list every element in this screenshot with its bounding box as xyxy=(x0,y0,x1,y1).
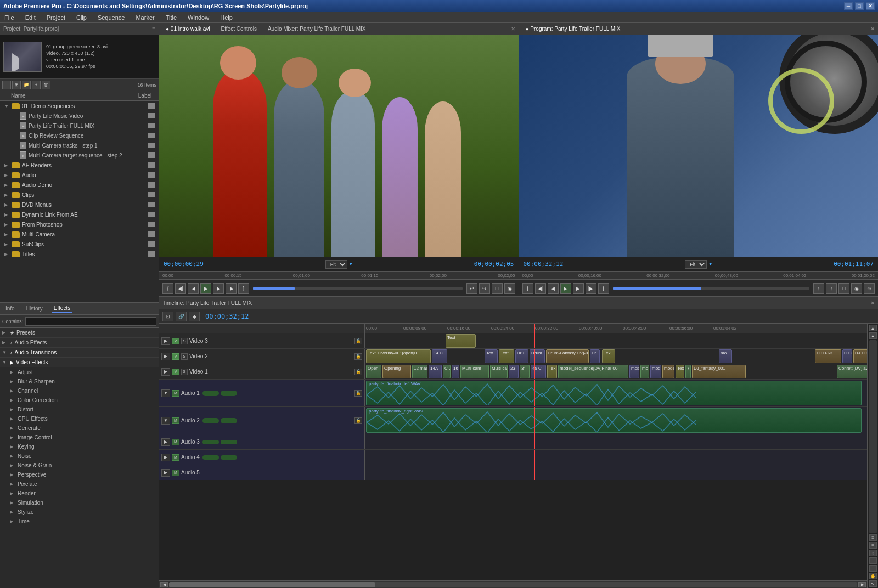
project-list-view-button[interactable]: ☰ xyxy=(2,81,11,89)
effect-perspective[interactable]: ▶ Perspective xyxy=(0,470,159,479)
effects-group-video-effects[interactable]: ▼ ▶ Video Effects xyxy=(0,358,159,368)
zoom-out-button[interactable]: - xyxy=(869,565,877,572)
effect-adjust[interactable]: ▶ Adjust xyxy=(0,368,159,377)
clip-16-v1[interactable]: 16 xyxy=(452,365,459,378)
clip-dr-v2[interactable]: Dr xyxy=(590,349,600,363)
expand-track-button[interactable]: ≡ xyxy=(869,534,877,541)
effects-group-audio-effects[interactable]: ▶ ♪ Audio Effects xyxy=(0,338,159,348)
audio2-pan-slider[interactable] xyxy=(221,418,237,423)
clip-mo2-v1[interactable]: mo xyxy=(640,365,649,378)
clip-text-v3[interactable]: Text xyxy=(446,334,476,347)
panel-menu-icon[interactable]: ≡ xyxy=(152,26,155,32)
video1-lock-button[interactable]: 🔒 xyxy=(354,369,362,375)
project-icon-view-button[interactable]: ⊞ xyxy=(12,81,21,89)
clip-multicam1-v1[interactable]: Multi-cam xyxy=(460,365,489,378)
program-scrubber[interactable] xyxy=(613,287,810,290)
program-tab[interactable]: ● Program: Party Life Trailer FULL MIX xyxy=(522,25,624,33)
clip-dj-dj2-v2[interactable]: DJ DJ xyxy=(853,349,867,363)
program-lift-button[interactable]: ↑ xyxy=(813,283,824,294)
audio1-mute-button[interactable]: M xyxy=(172,390,179,397)
zoom-in-button[interactable]: + xyxy=(869,557,877,564)
item-multi-camera-step2[interactable]: ▶ Multi-Camera target sequence - step 2 xyxy=(0,150,159,160)
source-step-fwd-button[interactable]: ▶ xyxy=(213,283,224,294)
folder-dvd-menus[interactable]: ▶ DVD Menus xyxy=(0,200,159,210)
clip-tex-v2[interactable]: Tex xyxy=(485,349,498,363)
program-fit-select[interactable]: Fit xyxy=(685,260,707,269)
clip-23-v1[interactable]: 23 xyxy=(509,365,519,378)
audio5-content-cell[interactable] xyxy=(365,465,867,480)
audio2-mute-button[interactable]: M xyxy=(172,417,179,424)
clip-confetti-v1[interactable]: Confetti[DV].av xyxy=(837,365,867,378)
item-party-life-trailer-full-mix[interactable]: ▶ Party Life Trailer FULL MIX xyxy=(0,121,159,131)
audio4-volume-slider[interactable] xyxy=(202,455,219,460)
clip-opening-v1[interactable]: Opening xyxy=(382,365,411,378)
video1-content-cell[interactable]: Open Opening 12 mai 14A C J 16 Multi-cam… xyxy=(365,364,867,379)
project-new-item-button[interactable]: + xyxy=(32,81,41,89)
program-go-out-button[interactable]: |▶ xyxy=(586,283,596,294)
clip-dj-dj3-v2[interactable]: DJ DJ-3 xyxy=(815,349,841,363)
video1-visibility-button[interactable]: V xyxy=(172,369,179,375)
effect-distort[interactable]: ▶ Distort xyxy=(0,405,159,414)
folder-from-photoshop[interactable]: ▶ From Photoshop xyxy=(0,219,159,229)
video3-lock-button[interactable]: 🔒 xyxy=(354,338,362,344)
source-go-in-button[interactable]: ◀| xyxy=(175,283,186,294)
source-video-display[interactable] xyxy=(159,35,519,257)
source-mark-out-button[interactable]: } xyxy=(238,283,249,294)
item-party-life-music-video[interactable]: ▶ Party Life Music Video xyxy=(0,111,159,121)
audio2-content-cell[interactable]: partylife_finalmix_right.WAV xyxy=(365,407,867,434)
program-output-button[interactable]: ◉ xyxy=(851,283,862,294)
audio1-volume-slider[interactable] xyxy=(202,391,219,396)
clip-multicam2-v1[interactable]: Multi-cam xyxy=(490,365,508,378)
tab-info[interactable]: Info xyxy=(3,304,17,313)
audio3-volume-slider[interactable] xyxy=(202,440,219,444)
clip-3prime-v1[interactable]: 3' xyxy=(520,365,530,378)
audio1-expand-button[interactable]: ▼ xyxy=(161,389,170,397)
audio5-mute-button[interactable]: M xyxy=(172,470,179,476)
close-button[interactable]: ✕ xyxy=(866,2,875,10)
folder-titles[interactable]: ▶ Titles xyxy=(0,249,159,259)
col-label-header[interactable]: Label xyxy=(131,93,159,99)
clip-cj-v1[interactable]: C J xyxy=(443,365,451,378)
clip-mod-v1[interactable]: mod xyxy=(650,365,661,378)
menu-help[interactable]: Help xyxy=(218,13,235,22)
program-mark-out-button[interactable]: } xyxy=(598,283,609,294)
program-extract-button[interactable]: ↑ xyxy=(826,283,837,294)
effects-search-input[interactable] xyxy=(25,317,156,326)
menu-project[interactable]: Project xyxy=(44,13,67,22)
clip-tex-v1[interactable]: Tex xyxy=(547,365,557,378)
clip-drum-fantasy-v2[interactable]: Drum-Fantasy[DV]-0 xyxy=(546,349,589,363)
effect-blur-sharpen[interactable]: ▶ Blur & Sharpen xyxy=(0,377,159,386)
audio4-expand-button[interactable]: ▶ xyxy=(161,454,170,461)
tl-snap-button[interactable]: ⊡ xyxy=(162,312,173,321)
col-name-header[interactable]: Name xyxy=(0,93,131,99)
effects-group-audio-transitions[interactable]: ▼ ♪ Audio Transitions xyxy=(0,348,159,358)
project-new-folder-button[interactable]: 📁 xyxy=(22,81,31,89)
audio2-volume-slider[interactable] xyxy=(202,418,219,423)
effect-keying[interactable]: ▶ Keying xyxy=(0,442,159,451)
menu-sequence[interactable]: Sequence xyxy=(95,13,127,22)
program-monitor-close[interactable]: ✕ xyxy=(870,26,875,32)
vscroll-track[interactable] xyxy=(869,340,877,533)
clip-cc-v2[interactable]: C C xyxy=(842,349,852,363)
vscroll-up-button[interactable]: ▲ xyxy=(869,325,877,331)
source-overwrite-button[interactable]: ↪ xyxy=(479,283,490,294)
clip-dru-v2[interactable]: Dru xyxy=(515,349,528,363)
clip-7-v1[interactable]: 7 xyxy=(685,365,691,378)
source-go-out-button[interactable]: |▶ xyxy=(226,283,237,294)
program-go-in-button[interactable]: ◀| xyxy=(535,283,546,294)
video2-sync-button[interactable]: S xyxy=(181,353,188,360)
audio4-pan-slider[interactable] xyxy=(221,455,237,460)
clip-mos-v1[interactable]: mos xyxy=(629,365,639,378)
item-multi-camera-step1[interactable]: ▶ Multi-Camera tracks - step 1 xyxy=(0,140,159,150)
folder-audio[interactable]: ▶ Audio xyxy=(0,170,159,180)
effect-render[interactable]: ▶ Render xyxy=(0,489,159,498)
tl-add-marker-button[interactable]: ◆ xyxy=(189,312,200,321)
tab-effects[interactable]: Effects xyxy=(52,304,72,313)
menu-clip[interactable]: Clip xyxy=(74,13,89,22)
folder-01-demo-sequences[interactable]: ▼ 01_Demo Sequences xyxy=(0,101,159,111)
source-play-button[interactable]: ▶ xyxy=(200,283,211,294)
program-video-display[interactable] xyxy=(519,35,879,257)
menu-window[interactable]: Window xyxy=(185,13,211,22)
clip-text-overlay-v2[interactable]: Text_Overlay-001[open]0 xyxy=(366,349,431,363)
video3-visibility-button[interactable]: V xyxy=(172,338,179,344)
